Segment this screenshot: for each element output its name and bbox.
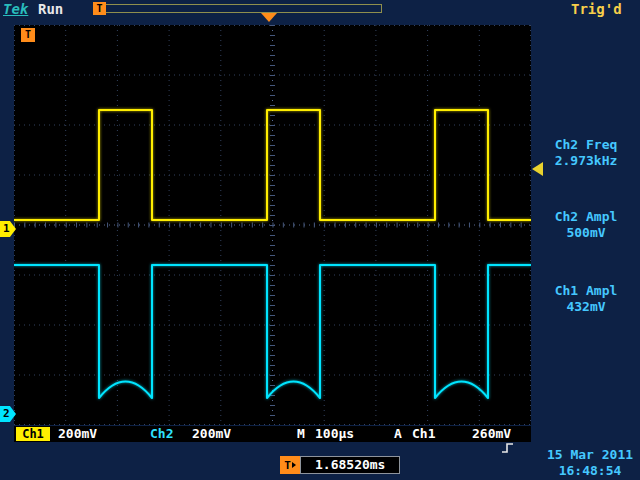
trigger-position-arrow-icon — [261, 13, 277, 22]
acquisition-status: Run — [38, 1, 63, 17]
status-bar: Ch1 200mV Ch2 200mV M 100µs A Ch1 260mV — [14, 426, 531, 442]
measurement-value: 500mV — [533, 225, 639, 241]
datetime-readout: 15 Mar 2011 16:48:54 — [541, 447, 639, 479]
ch2-waveform — [14, 265, 531, 398]
trigger-source: Ch1 — [412, 427, 435, 441]
tek-logo: Tek — [3, 1, 28, 17]
ch1-volts-per-div: 200mV — [58, 427, 97, 441]
timebase-value: 100µs — [315, 427, 354, 441]
trigger-system-label: A — [394, 427, 402, 441]
trigger-time-readout: T 1.68520ms — [280, 456, 400, 474]
measurement-value: 2.973kHz — [533, 153, 639, 169]
grid-lines — [14, 25, 531, 425]
measurement-ch1-ampl: Ch1 Ampl 432mV — [533, 283, 639, 315]
measurement-ch2-freq: Ch2 Freq 2.973kHz — [533, 137, 639, 169]
ch1-scale-badge: Ch1 — [16, 427, 50, 441]
ch2-volts-per-div: 200mV — [192, 427, 231, 441]
measurement-label: Ch2 Freq — [533, 137, 639, 153]
oscilloscope-screen: Tek Run T Trig'd T 1 2 Ch2 Freq 2.973kHz… — [0, 0, 640, 480]
waveform-display — [14, 25, 531, 425]
time-value: 16:48:54 — [541, 463, 639, 479]
horizontal-record-bar — [96, 4, 382, 13]
measurement-label: Ch1 Ampl — [533, 283, 639, 299]
ch2-scale-label: Ch2 — [150, 427, 173, 441]
trigger-time-badge: T — [280, 456, 300, 474]
date-value: 15 Mar 2011 — [541, 447, 639, 463]
timebase-label: M — [297, 427, 305, 441]
trigger-position-badge: T — [93, 2, 106, 15]
graticule — [14, 25, 531, 425]
trigger-status: Trig'd — [571, 1, 622, 17]
trigger-time-value: 1.68520ms — [300, 456, 400, 474]
measurement-label: Ch2 Ampl — [533, 209, 639, 225]
measurement-ch2-ampl: Ch2 Ampl 500mV — [533, 209, 639, 241]
measurement-value: 432mV — [533, 299, 639, 315]
trigger-time-marker-icon: T — [21, 28, 35, 42]
trigger-time-badge-label: T — [284, 459, 291, 472]
trigger-time-arrow-icon — [292, 462, 296, 468]
trigger-level-value: 260mV — [472, 427, 511, 441]
